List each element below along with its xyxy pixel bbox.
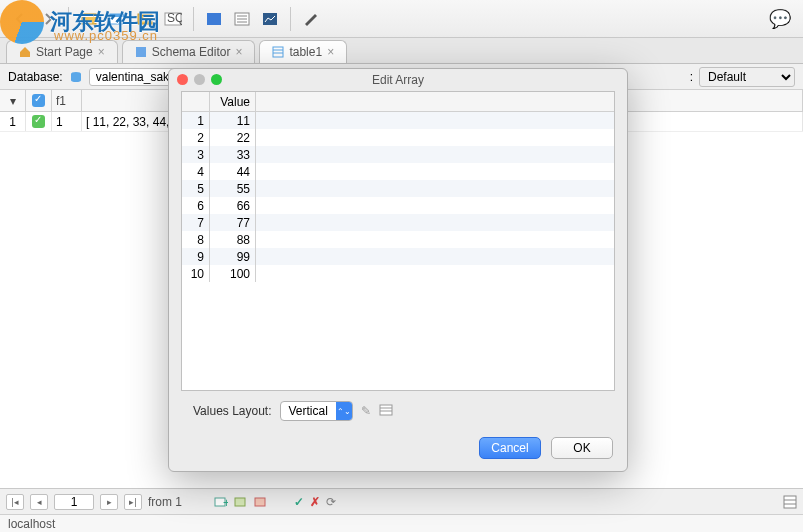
record-count-label: from 1 (148, 495, 182, 509)
minimize-window-button[interactable] (194, 74, 205, 85)
svg-rect-22 (784, 496, 796, 508)
delete-record-icon[interactable] (254, 495, 268, 509)
close-icon[interactable]: × (98, 45, 105, 59)
tool-icon-3[interactable] (133, 7, 157, 31)
commit-icon[interactable]: ✓ (294, 495, 304, 509)
values-layout-select[interactable]: Vertical ⌃⌄ (280, 401, 353, 421)
values-layout-label: Values Layout: (193, 404, 272, 418)
array-row[interactable]: 333 (182, 146, 614, 163)
checkbox-icon (32, 94, 45, 107)
add-record-icon[interactable]: + (214, 495, 228, 509)
array-value[interactable]: 100 (210, 265, 256, 282)
array-value[interactable]: 11 (210, 112, 256, 129)
ok-button[interactable]: OK (551, 437, 613, 459)
tool-icon-2[interactable] (105, 7, 129, 31)
right-label: : (690, 70, 693, 84)
array-row[interactable]: 10100 (182, 265, 614, 282)
window-controls (177, 74, 222, 85)
array-value[interactable]: 44 (210, 163, 256, 180)
edit-icon[interactable]: ✎ (361, 404, 371, 418)
record-position-input[interactable] (54, 494, 94, 510)
cell-f1[interactable]: 1 (52, 112, 82, 131)
array-row[interactable]: 999 (182, 248, 614, 265)
filter-icon[interactable]: ▾ (0, 90, 26, 111)
array-grid[interactable]: Value 11122233344455566677788899910100 (181, 91, 615, 391)
refresh-icon[interactable]: ⟳ (326, 495, 336, 509)
row-number: 1 (0, 112, 26, 131)
back-button[interactable] (8, 7, 32, 31)
cancel-button[interactable]: Cancel (479, 437, 541, 459)
layout-select[interactable]: Default (699, 67, 795, 87)
close-window-button[interactable] (177, 74, 188, 85)
array-row[interactable]: 888 (182, 231, 614, 248)
array-index: 1 (182, 112, 210, 129)
index-column (182, 92, 210, 111)
array-index: 3 (182, 146, 210, 163)
dialog-titlebar: Edit Array (169, 69, 627, 91)
close-icon[interactable]: × (235, 45, 242, 59)
document-tabs: Start Page × Schema Editor × table1 × (0, 38, 803, 64)
array-row[interactable]: 777 (182, 214, 614, 231)
array-value[interactable]: 77 (210, 214, 256, 231)
grid-view-icon[interactable] (783, 495, 797, 509)
array-row[interactable]: 555 (182, 180, 614, 197)
record-navigator: |◂ ◂ ▸ ▸| from 1 + ✓ ✗ ⟳ (0, 488, 803, 514)
tool-chart-icon[interactable] (258, 7, 282, 31)
zoom-window-button[interactable] (211, 74, 222, 85)
separator (290, 7, 291, 31)
tool-sql-icon[interactable]: SQL (161, 7, 185, 31)
close-icon[interactable]: × (327, 45, 334, 59)
database-label: Database: (8, 70, 63, 84)
tool-form-icon[interactable] (230, 7, 254, 31)
svg-text:+: + (223, 496, 228, 509)
tab-start-page[interactable]: Start Page × (6, 40, 118, 63)
array-index: 9 (182, 248, 210, 265)
array-value[interactable]: 22 (210, 129, 256, 146)
first-record-button[interactable]: |◂ (6, 494, 24, 510)
tab-label: Schema Editor (152, 45, 231, 59)
forward-button[interactable] (36, 7, 60, 31)
svg-rect-4 (141, 14, 152, 16)
array-value[interactable]: 66 (210, 197, 256, 214)
duplicate-record-icon[interactable] (234, 495, 248, 509)
next-record-button[interactable]: ▸ (100, 494, 118, 510)
tab-table1[interactable]: table1 × (259, 40, 347, 63)
dialog-footer: Values Layout: Vertical ⌃⌄ ✎ (181, 391, 615, 431)
array-row[interactable]: 444 (182, 163, 614, 180)
dialog-title: Edit Array (372, 73, 424, 87)
table-icon (272, 46, 284, 58)
svg-rect-0 (82, 14, 96, 24)
chevron-updown-icon: ⌃⌄ (336, 402, 352, 420)
revert-icon[interactable]: ✗ (310, 495, 320, 509)
array-index: 7 (182, 214, 210, 231)
array-value[interactable]: 55 (210, 180, 256, 197)
value-column: Value (210, 92, 256, 111)
main-toolbar: SQL 💬 (0, 0, 803, 38)
feedback-icon[interactable]: 💬 (769, 8, 791, 30)
last-record-button[interactable]: ▸| (124, 494, 142, 510)
array-grid-header: Value (182, 92, 614, 112)
edit-array-dialog: Edit Array Value 11122233344455566677788… (168, 68, 628, 472)
tab-schema-editor[interactable]: Schema Editor × (122, 40, 256, 63)
array-index: 10 (182, 265, 210, 282)
array-row[interactable]: 111 (182, 112, 614, 129)
svg-rect-7 (207, 13, 221, 25)
array-index: 6 (182, 197, 210, 214)
grid-icon[interactable] (379, 404, 393, 418)
svg-rect-20 (235, 498, 245, 506)
array-row[interactable]: 222 (182, 129, 614, 146)
tool-icon-1[interactable] (77, 7, 101, 31)
array-value[interactable]: 99 (210, 248, 256, 265)
row-check[interactable] (26, 112, 52, 131)
array-row[interactable]: 666 (182, 197, 614, 214)
array-index: 2 (182, 129, 210, 146)
checkbox-icon (32, 115, 45, 128)
array-value[interactable]: 88 (210, 231, 256, 248)
home-icon (19, 46, 31, 58)
prev-record-button[interactable]: ◂ (30, 494, 48, 510)
check-column-header[interactable] (26, 90, 52, 111)
tool-blue-1[interactable] (202, 7, 226, 31)
array-value[interactable]: 33 (210, 146, 256, 163)
tool-brush-icon[interactable] (299, 7, 323, 31)
column-f1[interactable]: f1 (52, 90, 82, 111)
